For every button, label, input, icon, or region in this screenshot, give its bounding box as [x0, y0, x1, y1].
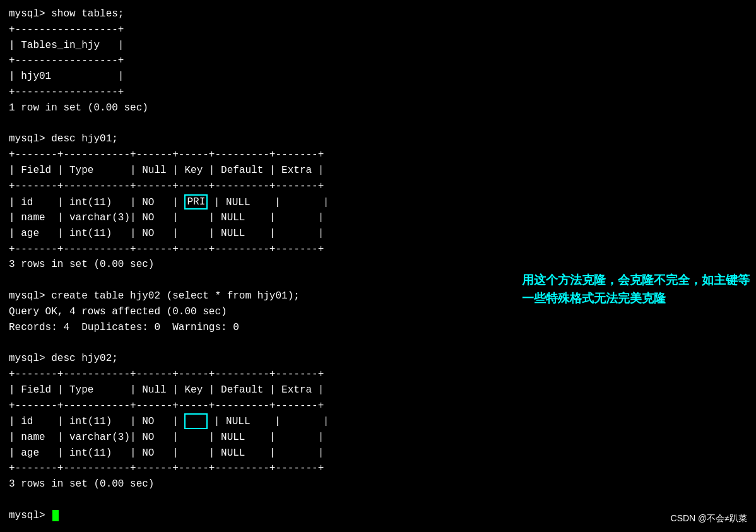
line-row-count1: 1 row in set (0.00 sec)	[9, 100, 747, 116]
line-desc2-border1: +-------+-----------+------+-----+------…	[9, 367, 747, 382]
line-row-count3: 3 rows in set (0.00 sec)	[9, 476, 747, 492]
line-hjy01: | hjy01 |	[9, 69, 747, 85]
annotation-line1: 用这个方法克隆，会克隆不完全，如主键等	[522, 273, 750, 287]
line-row-count2: 3 rows in set (0.00 sec)	[9, 257, 747, 273]
line-border2: +-----------------+	[9, 53, 747, 69]
line-id-row2: | id | int(11) | NO | | NULL | |	[9, 413, 747, 429]
watermark: CSDN @不会≠趴菜	[671, 513, 747, 524]
line-border: +-----------------+	[9, 22, 747, 38]
line-desc-header: | Field | Type | Null | Key | Default | …	[9, 163, 747, 179]
terminal: mysql> show tables; +-----------------+ …	[0, 0, 756, 532]
line-blank4	[9, 492, 747, 508]
line-id-row: | id | int(11) | NO | PRI | NULL | |	[9, 194, 747, 210]
annotation-text: 用这个方法克隆，会克隆不完全，如主键等 一些特殊格式无法完美克隆	[522, 271, 750, 307]
line-border3: +-----------------+	[9, 85, 747, 100]
line-desc2-header: | Field | Type | Null | Key | Default | …	[9, 382, 747, 398]
line-desc2-border3: +-------+-----------+------+-----+------…	[9, 461, 747, 476]
line-desc-border3: +-------+-----------+------+-----+------…	[9, 242, 747, 257]
line-final-prompt: mysql>	[9, 508, 747, 524]
empty-key-highlight	[184, 413, 208, 429]
line-name-row2: | name | varchar(3)| NO | | NULL | |	[9, 430, 747, 446]
line-blank3	[9, 335, 747, 351]
pri-highlight: PRI	[184, 194, 208, 210]
line-show-tables: mysql> show tables;	[9, 6, 747, 22]
line-header: | Tables_in_hjy |	[9, 38, 747, 54]
annotation-line2: 一些特殊格式无法完美克隆	[522, 292, 666, 305]
line-desc-hjy02: mysql> desc hjy02;	[9, 351, 747, 367]
line-desc2-border2: +-------+-----------+------+-----+------…	[9, 398, 747, 414]
line-age-row: | age | int(11) | NO | | NULL | |	[9, 226, 747, 242]
line-desc-border1: +-------+-----------+------+-----+------…	[9, 147, 747, 163]
line-records: Records: 4 Duplicates: 0 Warnings: 0	[9, 320, 747, 336]
line-desc-border2: +-------+-----------+------+-----+------…	[9, 179, 747, 194]
line-desc-hjy01: mysql> desc hjy01;	[9, 131, 747, 147]
cursor-blink	[52, 510, 59, 521]
line-age-row2: | age | int(11) | NO | | NULL | |	[9, 446, 747, 461]
line-name-row: | name | varchar(3)| NO | | NULL | |	[9, 210, 747, 226]
line-blank1	[9, 116, 747, 132]
